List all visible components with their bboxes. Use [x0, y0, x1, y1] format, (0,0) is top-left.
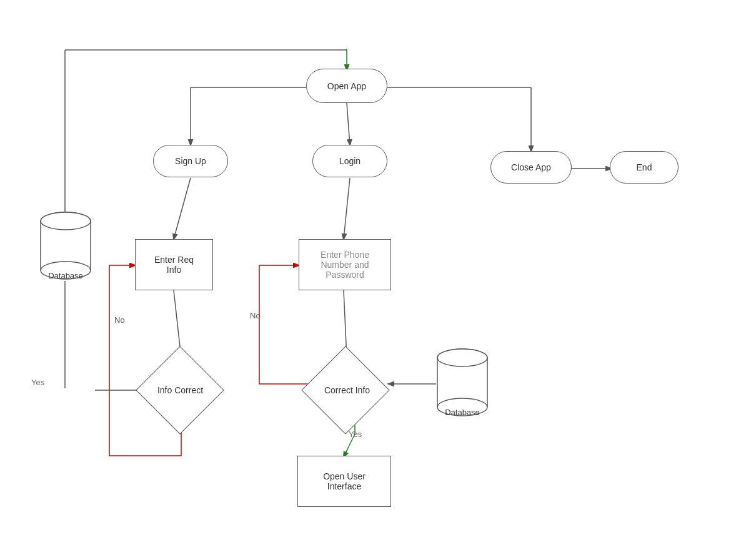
open-app-label: Open App [327, 81, 366, 91]
login-label: Login [339, 156, 361, 166]
yes-label-bottom: Yes [349, 430, 362, 439]
svg-line-7 [174, 178, 191, 239]
enter-req-info-label: Enter Req Info [154, 255, 194, 275]
open-user-interface-node: Open User Interface [297, 456, 391, 507]
database-right-label: Database [445, 408, 480, 417]
database-right-node: Database [434, 346, 490, 418]
yes-label-left: Yes [31, 378, 44, 387]
svg-point-28 [437, 349, 487, 366]
end-node: End [610, 151, 679, 184]
enter-phone-label: Enter Phone Number and Password [321, 250, 369, 280]
login-node: Login [312, 145, 387, 177]
flowchart-diagram: Open App Sign Up Login Close App End Ent… [0, 0, 756, 545]
open-user-interface-label: Open User Interface [323, 471, 366, 491]
no-label-right: No [250, 311, 261, 320]
svg-point-22 [41, 212, 91, 230]
end-label: End [637, 162, 652, 172]
open-app-node: Open App [306, 69, 387, 103]
svg-line-8 [344, 178, 350, 239]
close-app-label: Close App [511, 162, 551, 172]
database-left-node: Database [37, 210, 94, 282]
sign-up-node: Sign Up [153, 145, 228, 177]
no-label-left: No [114, 315, 125, 325]
close-app-node: Close App [490, 151, 572, 184]
enter-req-info-node: Enter Req Info [135, 239, 213, 290]
info-correct-diamond: Info Correct [135, 350, 226, 431]
sign-up-label: Sign Up [175, 156, 206, 166]
enter-phone-node: Enter Phone Number and Password [299, 239, 391, 290]
svg-line-3 [347, 103, 350, 145]
database-left-label: Database [48, 271, 83, 280]
correct-info-diamond: Correct Info [292, 350, 402, 431]
